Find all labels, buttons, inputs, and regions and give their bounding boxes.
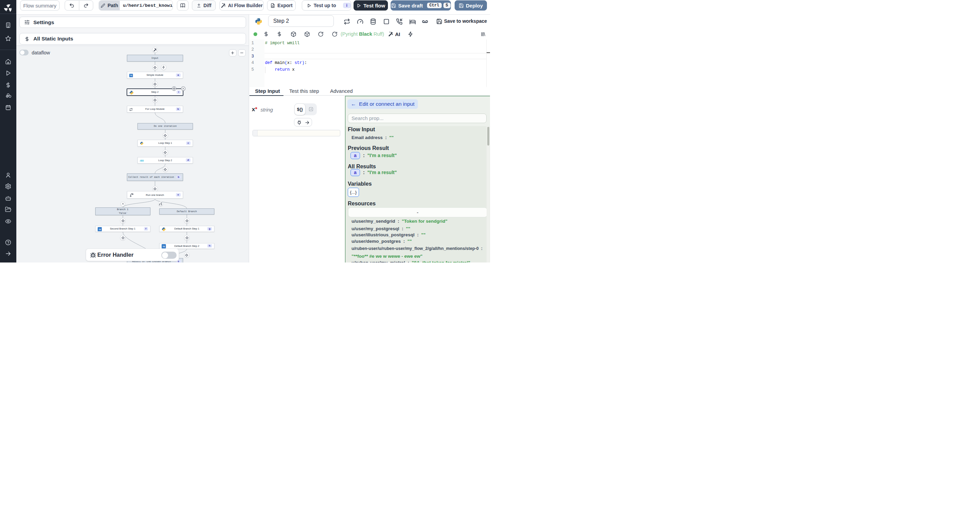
svg-text:TS: TS bbox=[130, 75, 132, 76]
svg-text:TS: TS bbox=[98, 228, 101, 230]
svg-text:TS: TS bbox=[163, 246, 165, 247]
